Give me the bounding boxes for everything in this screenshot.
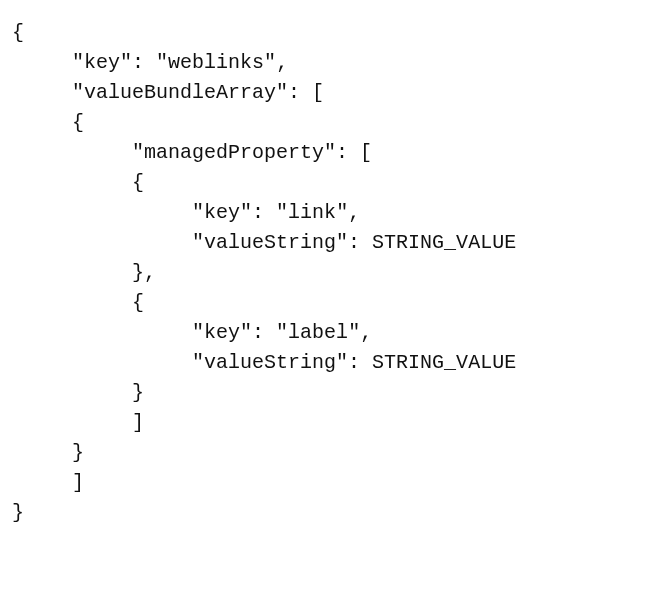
colon: : <box>252 321 276 344</box>
comma: , <box>348 201 360 224</box>
indent <box>12 411 132 434</box>
brace-close: } <box>12 501 24 524</box>
json-key: valueBundleArray <box>84 81 276 104</box>
dq: " <box>192 321 204 344</box>
json-value: link <box>288 201 336 224</box>
comma: , <box>144 261 156 284</box>
colon: : <box>336 141 360 164</box>
dq: " <box>72 81 84 104</box>
json-key: valueString <box>204 231 336 254</box>
colon: : <box>288 81 312 104</box>
colon: : <box>348 231 372 254</box>
dq: " <box>240 321 252 344</box>
json-key: key <box>204 321 240 344</box>
indent <box>12 261 132 284</box>
json-value: weblinks <box>168 51 264 74</box>
dq: " <box>192 201 204 224</box>
indent <box>12 291 132 314</box>
indent <box>12 471 72 494</box>
dq: " <box>72 51 84 74</box>
indent <box>12 171 132 194</box>
dq: " <box>240 201 252 224</box>
dq: " <box>264 51 276 74</box>
indent <box>12 51 72 74</box>
dq: " <box>192 231 204 254</box>
bracket-close: ] <box>132 411 144 434</box>
brace-open: { <box>132 171 144 194</box>
dq: " <box>276 321 288 344</box>
indent <box>12 351 192 374</box>
dq: " <box>132 141 144 164</box>
json-value: STRING_VALUE <box>372 351 516 374</box>
dq: " <box>192 351 204 374</box>
dq: " <box>336 201 348 224</box>
dq: " <box>120 51 132 74</box>
code-block: { "key": "weblinks", "valueBundleArray":… <box>0 0 659 546</box>
json-value: label <box>288 321 348 344</box>
colon: : <box>348 351 372 374</box>
indent <box>12 201 192 224</box>
dq: " <box>336 231 348 254</box>
brace-open: { <box>132 291 144 314</box>
bracket-open: [ <box>360 141 372 164</box>
dq: " <box>156 51 168 74</box>
indent <box>12 381 132 404</box>
brace-open: { <box>72 111 84 134</box>
indent <box>12 111 72 134</box>
json-key: key <box>204 201 240 224</box>
indent <box>12 141 132 164</box>
dq: " <box>324 141 336 164</box>
brace-close: } <box>132 381 144 404</box>
bracket-close: ] <box>72 471 84 494</box>
indent <box>12 441 72 464</box>
comma: , <box>276 51 288 74</box>
json-key: key <box>84 51 120 74</box>
bracket-open: [ <box>312 81 324 104</box>
dq: " <box>276 81 288 104</box>
json-value: STRING_VALUE <box>372 231 516 254</box>
indent <box>12 81 72 104</box>
colon: : <box>252 201 276 224</box>
comma: , <box>360 321 372 344</box>
brace-open: { <box>12 21 24 44</box>
dq: " <box>276 201 288 224</box>
indent <box>12 231 192 254</box>
dq: " <box>348 321 360 344</box>
dq: " <box>336 351 348 374</box>
indent <box>12 321 192 344</box>
json-key: valueString <box>204 351 336 374</box>
colon: : <box>132 51 156 74</box>
brace-close: } <box>132 261 144 284</box>
brace-close: } <box>72 441 84 464</box>
json-key: managedProperty <box>144 141 324 164</box>
